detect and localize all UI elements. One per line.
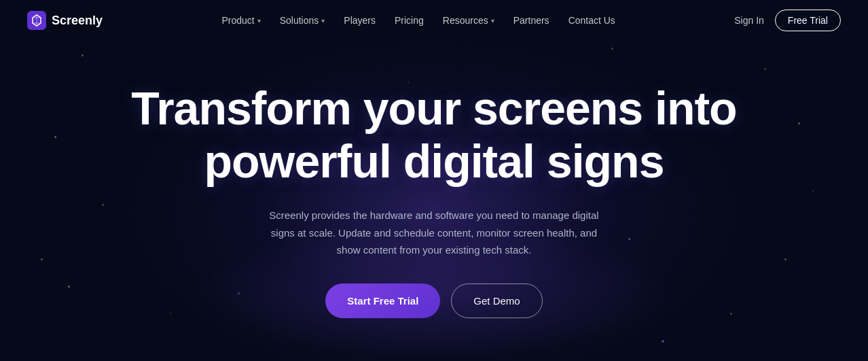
product-chevron-icon: ▾ [257, 17, 261, 24]
nav-pricing[interactable]: Pricing [386, 11, 432, 30]
start-free-trial-button[interactable]: Start Free Trial [325, 283, 440, 318]
get-demo-button[interactable]: Get Demo [451, 283, 542, 318]
nav-contact[interactable]: Contact Us [560, 11, 623, 30]
logo-area: Screenly [27, 11, 103, 30]
nav-product[interactable]: Product ▾ [213, 11, 268, 30]
hero-buttons: Start Free Trial Get Demo [0, 283, 868, 318]
solutions-chevron-icon: ▾ [321, 17, 325, 24]
nav-solutions[interactable]: Solutions ▾ [272, 11, 333, 30]
hero-title-line1: Transform your screens into [131, 82, 736, 134]
nav-players[interactable]: Players [336, 11, 384, 30]
hero-title-line2: powerful digital signs [204, 135, 664, 187]
page-wrapper: Screenly Product ▾ Solutions ▾ Players [0, 0, 868, 361]
brand-name: Screenly [52, 14, 103, 28]
nav-right: Sign In Free Trial [734, 10, 841, 31]
free-trial-nav-button[interactable]: Free Trial [775, 10, 841, 31]
hero-section: Transform your screens into powerful dig… [0, 41, 868, 318]
sign-in-link[interactable]: Sign In [734, 15, 764, 26]
hero-subtitle: Screenly provides the hardware and softw… [264, 207, 604, 259]
nav-resources[interactable]: Resources ▾ [435, 11, 503, 30]
hero-title: Transform your screens into powerful dig… [128, 82, 740, 188]
nav-links: Product ▾ Solutions ▾ Players Pricing [213, 11, 623, 30]
logo-icon [27, 11, 46, 30]
nav-partners[interactable]: Partners [505, 11, 558, 30]
resources-chevron-icon: ▾ [491, 17, 494, 24]
navbar: Screenly Product ▾ Solutions ▾ Players [0, 0, 868, 41]
